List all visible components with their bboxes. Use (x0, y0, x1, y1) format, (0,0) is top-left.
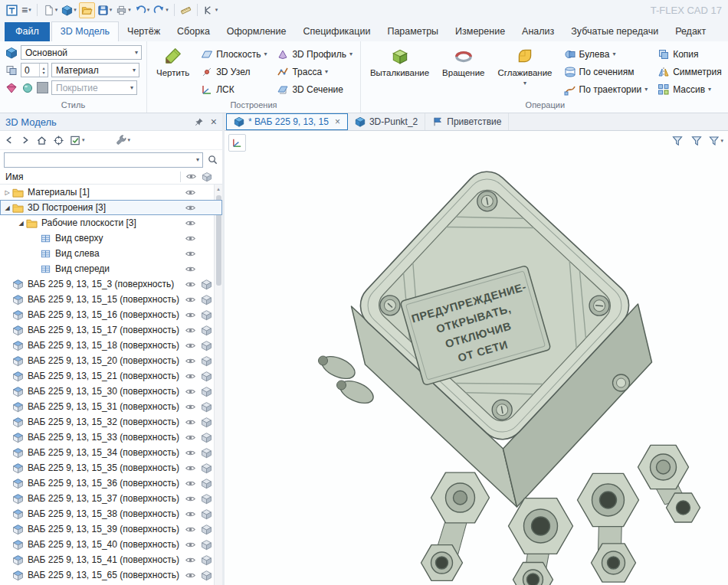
tree-item-label[interactable]: ВАБ 225 9, 13, 15_21 (поверхность) (26, 371, 179, 381)
tree-row[interactable]: ВАБ 225 9, 13, 15_32 (поверхность) (0, 414, 222, 430)
tree-row[interactable]: ▷ Материалы [1] (0, 185, 222, 200)
workplane-axes-button[interactable] (228, 134, 246, 152)
tree-row[interactable]: ВАБ 225 9, 13, 15_37 (поверхность) (0, 491, 222, 506)
wrench-icon[interactable]: ▾ (116, 135, 131, 146)
tree-item-label[interactable]: ВАБ 225 9, 13, 15_15 (поверхность) (26, 294, 179, 305)
visibility-eye-icon[interactable] (185, 294, 197, 306)
tree-row[interactable]: ВАБ 225 9, 13, 15_36 (поверхность) (0, 476, 222, 491)
ribbon-tab[interactable]: Оформление (218, 22, 295, 41)
tree-row[interactable]: ВАБ 225 9, 13, 15_31 (поверхность) (0, 399, 222, 414)
redo-button[interactable]: ▾ (152, 2, 170, 18)
tree-item-label[interactable]: ВАБ 225 9, 13, 15_16 (поверхность) (26, 309, 179, 320)
3d-section-button[interactable]: 3D Сечение (274, 81, 356, 97)
filter-dropdown-icon[interactable]: ▾ (708, 134, 723, 148)
expander-icon[interactable]: ▷ (2, 189, 12, 196)
array-button[interactable]: Массив▾ (654, 81, 725, 97)
body-icon[interactable] (201, 539, 212, 551)
list-check-icon[interactable]: ▾ (70, 135, 85, 146)
tree-row[interactable]: Вид слева (0, 246, 222, 261)
visibility-eye-icon[interactable] (185, 508, 197, 520)
tree-row[interactable]: ВАБ 225 9, 13, 15_20 (поверхность) (0, 353, 222, 368)
tree-row[interactable]: ВАБ 225 9, 13, 15_21 (поверхность) (0, 368, 222, 384)
tree-item-label[interactable]: ВАБ 225 9, 13, 15_30 (поверхность) (26, 386, 179, 397)
draw-button[interactable]: Чертить (152, 44, 194, 77)
tree-item-label[interactable]: ВАБ 225 9, 13, 15_39 (поверхность) (26, 524, 179, 534)
tree-item-label[interactable]: ВАБ 225 9, 13, 15_41 (поверхность) (26, 554, 179, 565)
body-icon[interactable] (201, 508, 212, 520)
ribbon-tab[interactable]: 3D Модель (51, 21, 119, 41)
layer-spinner[interactable]: 0▴▾ (21, 63, 48, 77)
coating-select[interactable]: Покрытие▾ (51, 80, 137, 95)
tree-item-label[interactable]: ВАБ 225 9, 13, 15_35 (поверхность) (26, 462, 179, 473)
tree-item-label[interactable]: Рабочие плоскости [3] (40, 217, 136, 228)
tree-item-label[interactable]: Материалы [1] (26, 187, 90, 198)
boolean-button[interactable]: Булева▾ (561, 46, 651, 62)
tree-item-label[interactable]: ВАБ 225 9, 13, 15_32 (поверхность) (26, 417, 179, 427)
tree-row[interactable]: ◢ 3D Построения [3] (0, 200, 222, 215)
visibility-eye-icon[interactable] (185, 325, 197, 336)
tree-item-label[interactable]: ВАБ 225 9, 13, 15_36 (поверхность) (26, 478, 179, 489)
target-icon[interactable] (53, 135, 64, 146)
visibility-eye-icon[interactable] (185, 263, 197, 275)
body-icon[interactable] (201, 325, 212, 336)
tree-row[interactable]: ВАБ 225 9, 13, 15_38 (поверхность) (0, 506, 222, 521)
visibility-eye-icon[interactable] (185, 478, 197, 489)
ribbon-tab[interactable]: Сборка (169, 22, 218, 41)
tree-row[interactable]: ◢ Рабочие плоскости [3] (0, 215, 222, 230)
body-icon[interactable] (201, 371, 212, 382)
tree-row[interactable]: Вид спереди (0, 261, 222, 276)
lcs-button[interactable]: ЛСК (198, 81, 270, 97)
body-icon[interactable] (201, 478, 212, 489)
close-panel-icon[interactable]: × (211, 116, 217, 127)
filter-icon[interactable] (689, 134, 704, 148)
new-3d-document-button[interactable]: ▾ (60, 2, 78, 18)
visibility-eye-icon[interactable] (185, 539, 197, 551)
ribbon-tab[interactable]: Зубчатые передачи (562, 22, 667, 41)
expander-icon[interactable]: ◢ (2, 204, 12, 211)
loft-button[interactable]: По сечениям (561, 64, 651, 80)
route-button[interactable]: Трасса▾ (274, 64, 356, 80)
body-icon[interactable] (201, 554, 212, 566)
blend-button[interactable]: Сглаживание▾ (493, 44, 556, 87)
visibility-eye-icon[interactable] (185, 355, 197, 367)
tree-item-label[interactable]: ВАБ 225 9, 13, 15_38 (поверхность) (26, 508, 179, 519)
visibility-eye-icon[interactable] (185, 432, 197, 443)
visibility-eye-icon[interactable] (185, 447, 197, 459)
tree-row[interactable]: ВАБ 225 9, 13, 15_30 (поверхность) (0, 384, 222, 399)
visibility-eye-icon[interactable] (185, 386, 197, 397)
tree-item-label[interactable]: ВАБ 225 9, 13, 15_37 (поверхность) (26, 493, 179, 504)
material-select[interactable]: Материал▾ (51, 63, 139, 77)
tree-row[interactable]: ВАБ 225 9, 13, 15_41 (поверхность) (0, 552, 222, 567)
close-tab-icon[interactable]: × (335, 116, 340, 127)
visibility-eye-icon[interactable] (185, 417, 197, 428)
visibility-eye-icon[interactable] (185, 371, 197, 382)
visibility-eye-icon[interactable] (185, 570, 197, 581)
tree-item-label[interactable]: Вид спереди (54, 263, 110, 274)
document-tab[interactable]: Приветствие (425, 113, 509, 130)
tree-item-label[interactable]: ВАБ 225 9, 13, 15_33 (поверхность) (26, 432, 179, 443)
tree-item-label[interactable]: ВАБ 225 9, 13, 15_20 (поверхность) (26, 355, 179, 366)
tree-row[interactable]: ВАБ 225 9, 13, 15_35 (поверхность) (0, 460, 222, 476)
tree-item-label[interactable]: Вид слева (54, 248, 100, 259)
print-button[interactable]: ▾ (114, 2, 133, 18)
ribbon-tab[interactable]: Чертёж (119, 22, 169, 41)
tree-row[interactable]: ВАБ 225 9, 13, 15_17 (поверхность) (0, 322, 222, 338)
rotation-button[interactable]: Вращение (438, 44, 489, 77)
body-icon[interactable] (201, 386, 212, 397)
body-icon[interactable] (201, 279, 212, 290)
visibility-eye-icon[interactable] (185, 309, 197, 321)
pin-icon[interactable] (194, 117, 204, 127)
copy-button[interactable]: Копия (654, 46, 725, 62)
color-swatch[interactable] (37, 82, 48, 93)
search-icon[interactable] (207, 154, 218, 165)
body-icon[interactable] (201, 524, 212, 535)
home-icon[interactable] (36, 135, 48, 146)
body-icon[interactable] (201, 355, 212, 367)
ribbon-tab[interactable]: Редакт (667, 22, 714, 41)
body-icon[interactable] (201, 294, 212, 306)
body-icon[interactable] (201, 493, 212, 505)
3d-model-canvas[interactable]: ПРЕДУПРЕЖДЕНИЕ- ОТКРЫВАТЬ, ОТКЛЮЧИВ ОТ С… (225, 131, 728, 585)
visibility-eye-icon[interactable] (185, 279, 197, 290)
back-icon[interactable] (4, 135, 15, 145)
visibility-eye-icon[interactable] (185, 340, 197, 351)
